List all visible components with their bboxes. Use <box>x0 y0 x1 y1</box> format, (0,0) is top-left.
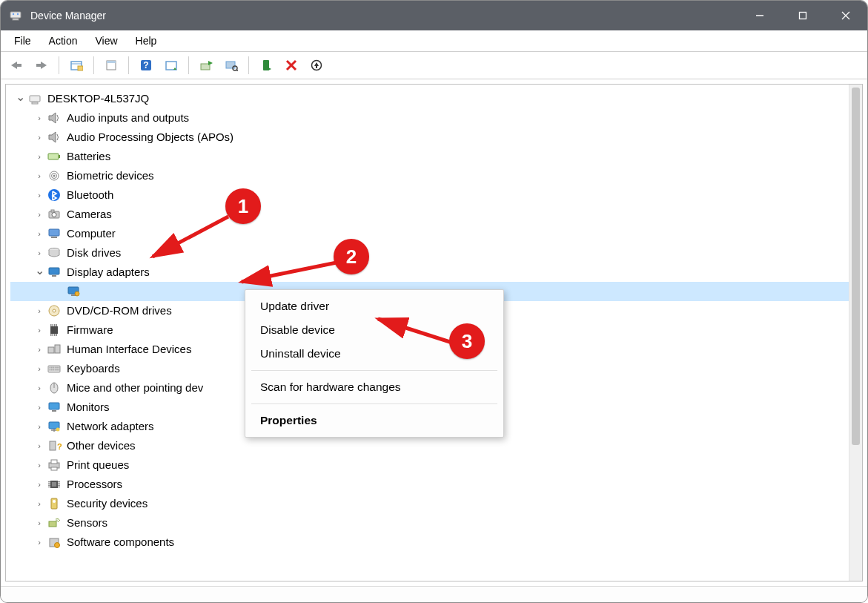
security-icon <box>46 496 62 511</box>
svg-point-40 <box>53 175 56 177</box>
help-button[interactable]: ? <box>135 55 157 76</box>
scan-hardware-button[interactable] <box>220 55 242 76</box>
forward-button[interactable] <box>30 55 53 76</box>
bluetooth-icon <box>46 188 62 202</box>
tree-node-biometric-devices[interactable]: ›Biometric devices <box>10 166 849 185</box>
update-driver-button[interactable] <box>195 55 217 76</box>
svg-rect-102 <box>49 521 56 527</box>
tree-node-audio-processing-objects-apos-[interactable]: ›Audio Processing Objects (APOs) <box>10 128 849 147</box>
disable-device-button[interactable] <box>280 55 302 76</box>
tree-node-other-devices[interactable]: ›?Other devices <box>10 436 849 455</box>
action-center-button[interactable] <box>160 55 182 76</box>
menu-file[interactable]: File <box>5 32 40 50</box>
chevron-right-icon[interactable]: › <box>33 436 46 455</box>
tree-node-label: Audio Processing Objects (APOs) <box>67 128 233 147</box>
svg-rect-76 <box>55 369 56 371</box>
ctx-scan-hardware[interactable]: Scan for hardware changes <box>245 375 503 399</box>
tree-node-batteries[interactable]: ›Batteries <box>10 147 849 166</box>
chevron-right-icon[interactable]: › <box>33 205 46 224</box>
svg-point-84 <box>56 428 60 432</box>
minimize-button[interactable] <box>738 1 781 30</box>
back-button[interactable] <box>5 55 27 76</box>
maximize-button[interactable] <box>781 1 824 30</box>
tree-node-label: Mice and other pointing dev <box>67 378 203 398</box>
scrollbar-thumb[interactable] <box>852 88 860 445</box>
svg-rect-60 <box>54 324 56 326</box>
chevron-right-icon[interactable]: › <box>33 455 46 475</box>
svg-rect-73 <box>50 369 51 371</box>
keyboard-icon <box>46 361 62 376</box>
tree-node-root[interactable]: ⌄DESKTOP-4L537JQ <box>10 89 849 108</box>
svg-rect-82 <box>52 410 56 412</box>
chevron-right-icon[interactable]: › <box>33 378 46 398</box>
ctx-properties[interactable]: Properties <box>245 409 503 432</box>
ctx-update-driver[interactable]: Update driver <box>245 294 503 318</box>
tree-node-security-devices[interactable]: ›Security devices <box>10 494 849 513</box>
tree-node-sensors[interactable]: ›Sensors <box>10 513 849 533</box>
chevron-right-icon[interactable]: › <box>33 494 46 513</box>
tree-node-software-components[interactable]: ›Software components <box>10 533 849 552</box>
tree-node-processors[interactable]: ›Processors <box>10 475 849 494</box>
svg-rect-23 <box>226 62 235 68</box>
svg-rect-71 <box>56 367 58 369</box>
svg-rect-92 <box>48 481 50 482</box>
svg-rect-94 <box>48 483 50 484</box>
tree-node-cameras[interactable]: ›Cameras <box>10 205 849 224</box>
svg-marker-34 <box>49 113 56 123</box>
tree-node-label: Computer <box>67 224 116 243</box>
close-button[interactable] <box>824 1 867 30</box>
svg-rect-45 <box>49 229 59 236</box>
properties-button[interactable] <box>100 55 122 76</box>
svg-rect-46 <box>51 237 57 238</box>
menu-view[interactable]: View <box>86 32 126 50</box>
menu-action[interactable]: Action <box>40 32 87 50</box>
toolbar-separator <box>93 56 94 74</box>
tree-node-print-queues[interactable]: ›Print queues <box>10 455 849 475</box>
camera-icon <box>46 207 62 222</box>
svg-rect-37 <box>59 155 60 158</box>
tree-node-computer[interactable]: ›Computer <box>10 224 849 243</box>
svg-marker-27 <box>268 67 271 70</box>
window-title: Device Manager <box>30 10 738 22</box>
annotation-badge-2: 2 <box>334 239 369 274</box>
svg-rect-78 <box>59 369 60 371</box>
context-menu: Update driver Disable device Uninstall d… <box>245 289 504 438</box>
chevron-right-icon[interactable]: › <box>33 243 46 263</box>
enable-device-button[interactable] <box>255 55 277 76</box>
svg-rect-96 <box>48 485 50 486</box>
chevron-right-icon[interactable]: › <box>33 166 46 185</box>
chevron-right-icon[interactable]: › <box>33 320 46 340</box>
chevron-right-icon[interactable]: › <box>33 340 46 359</box>
chevron-right-icon[interactable]: › <box>33 301 46 320</box>
menu-help[interactable]: Help <box>127 32 166 50</box>
chevron-right-icon[interactable]: › <box>33 417 46 436</box>
chevron-right-icon[interactable]: › <box>33 128 46 147</box>
show-hidden-button[interactable] <box>65 55 87 76</box>
chevron-right-icon[interactable]: › <box>33 398 46 417</box>
chevron-down-icon[interactable]: ⌄ <box>33 261 46 280</box>
vertical-scrollbar[interactable] <box>849 85 862 581</box>
device-manager-window: Device Manager File Action View Help ? <box>0 0 868 603</box>
uninstall-device-button[interactable] <box>305 55 328 76</box>
chevron-down-icon[interactable]: ⌄ <box>13 88 27 107</box>
tree-node-display-adapters[interactable]: ⌄Display adapters <box>10 263 849 282</box>
tree-node-disk-drives[interactable]: ›Disk drives <box>10 243 849 263</box>
chevron-right-icon[interactable]: › <box>33 533 46 552</box>
svg-rect-77 <box>56 369 58 371</box>
svg-marker-35 <box>49 132 56 142</box>
svg-marker-8 <box>11 62 17 69</box>
chevron-right-icon[interactable]: › <box>33 185 46 205</box>
chevron-right-icon[interactable]: › <box>33 108 46 128</box>
chevron-right-icon[interactable]: › <box>33 224 46 243</box>
tree-node-audio-inputs-and-outputs[interactable]: ›Audio inputs and outputs <box>10 108 849 128</box>
chevron-right-icon[interactable]: › <box>33 475 46 494</box>
tree-node-bluetooth[interactable]: ›Bluetooth <box>10 185 849 205</box>
toolbar-separator <box>59 56 59 74</box>
dvd-icon <box>46 303 62 318</box>
chevron-right-icon[interactable]: › <box>33 513 46 533</box>
fingerprint-icon <box>46 168 62 183</box>
svg-rect-64 <box>48 347 54 353</box>
svg-rect-11 <box>36 64 42 67</box>
chevron-right-icon[interactable]: › <box>33 147 46 166</box>
chevron-right-icon[interactable]: › <box>33 359 46 378</box>
